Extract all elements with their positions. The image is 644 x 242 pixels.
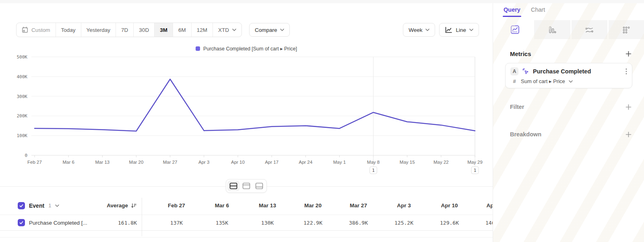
range-3m[interactable]: 3M bbox=[155, 23, 173, 37]
metric-card[interactable]: A Purchase Completed # Sum of cart ▸ Pri… bbox=[505, 63, 632, 88]
insights-line-icon bbox=[510, 25, 520, 34]
row-event-cell: Purchase Completed [... bbox=[18, 215, 87, 230]
metric-aggregation-row[interactable]: # Sum of cart ▸ Price bbox=[510, 78, 627, 84]
split-view-button[interactable] bbox=[227, 181, 239, 191]
annotation-badge-label: 1 bbox=[474, 168, 477, 173]
granularity-label: Week bbox=[409, 27, 422, 33]
aggregation-label: Sum of cart ▸ Price bbox=[521, 78, 565, 84]
column-header[interactable]: Feb 27 bbox=[154, 196, 199, 215]
cell-value: 137K bbox=[154, 215, 199, 230]
range-label: Custom bbox=[31, 27, 50, 33]
table-header-row: Event 1 Average Feb 27Mar 6Mar 13Mar 20M… bbox=[0, 196, 493, 215]
x-axis-tick-label: Mar 20 bbox=[129, 160, 144, 165]
flows-icon bbox=[584, 25, 594, 34]
y-axis-tick-label: 100K bbox=[17, 133, 28, 138]
range-6m[interactable]: 6M bbox=[173, 23, 192, 37]
cell-value: 130K bbox=[245, 215, 290, 230]
row-checkbox[interactable] bbox=[18, 219, 25, 226]
column-header[interactable]: Apr 10 bbox=[427, 196, 472, 215]
chevron-down-icon bbox=[232, 29, 236, 31]
average-header-cell[interactable]: Average bbox=[91, 196, 137, 215]
row-average-cell: 161.8K bbox=[91, 215, 137, 230]
date-range-segmented-control: CustomTodayYesterday7D30D3M6M12MXTD bbox=[16, 23, 242, 37]
add-metric-button[interactable] bbox=[625, 51, 632, 57]
viz-tab-flows[interactable] bbox=[572, 20, 607, 39]
range-xtd[interactable]: XTD bbox=[213, 23, 242, 37]
add-filter-button[interactable] bbox=[625, 104, 632, 110]
chevron-down-icon bbox=[569, 80, 573, 83]
metric-name: Purchase Completed bbox=[533, 68, 622, 75]
compare-label: Compare bbox=[255, 27, 277, 33]
range-label: 6M bbox=[178, 27, 186, 33]
viz-tab-bar-chart[interactable] bbox=[534, 20, 570, 39]
x-axis-tick-label: Apr 17 bbox=[265, 160, 279, 165]
cell-value: 146.1K bbox=[472, 215, 493, 230]
y-axis-tick-label: 0 bbox=[25, 153, 27, 158]
table-column-divider bbox=[142, 198, 142, 236]
x-axis-tick-label: Apr 3 bbox=[198, 160, 210, 165]
breakdown-title: Breakdown bbox=[510, 131, 541, 138]
range-label: Yesterday bbox=[87, 27, 111, 33]
metrics-section-header: Metrics bbox=[493, 50, 644, 57]
x-axis-tick-label: May 15 bbox=[400, 160, 415, 165]
chart-legend: Purchase Completed [Sum of cart ▸ Price] bbox=[0, 46, 493, 52]
range-12m[interactable]: 12M bbox=[192, 23, 213, 37]
column-header[interactable]: Mar 27 bbox=[336, 196, 381, 215]
granularity-button[interactable]: Week bbox=[403, 23, 435, 37]
column-header[interactable]: Mar 6 bbox=[199, 196, 245, 215]
kebab-menu-icon[interactable] bbox=[625, 68, 627, 75]
viz-tab-insights-line[interactable] bbox=[497, 20, 533, 39]
line-chart-icon bbox=[445, 26, 452, 33]
range-30d[interactable]: 30D bbox=[134, 23, 155, 37]
viz-type-tabs bbox=[497, 20, 644, 39]
table-only-button[interactable] bbox=[253, 181, 265, 191]
calendar-icon bbox=[22, 27, 28, 33]
legend-swatch bbox=[196, 46, 200, 51]
event-header-cell: Event 1 bbox=[18, 196, 59, 215]
range-label: XTD bbox=[218, 27, 229, 33]
tab-chart[interactable]: Chart bbox=[531, 6, 545, 17]
x-axis-tick-label: Feb 27 bbox=[27, 160, 42, 165]
chevron-down-icon bbox=[425, 29, 429, 31]
range-custom[interactable]: Custom bbox=[17, 23, 56, 37]
table-only-icon bbox=[255, 182, 263, 190]
chart-type-label: Line bbox=[456, 27, 466, 33]
range-yesterday[interactable]: Yesterday bbox=[81, 23, 116, 37]
x-axis-tick-label: Mar 6 bbox=[62, 160, 74, 165]
range-today[interactable]: Today bbox=[56, 23, 81, 37]
grid-dots-icon bbox=[622, 25, 631, 34]
numeric-type-icon: # bbox=[512, 78, 517, 84]
bar-chart-icon bbox=[548, 25, 557, 34]
chart-only-button[interactable] bbox=[240, 181, 252, 191]
x-axis-tick-label: May 22 bbox=[433, 160, 449, 165]
layout-toggle-group bbox=[226, 179, 267, 193]
x-axis-tick-label: May 1 bbox=[333, 160, 346, 165]
range-label: 3M bbox=[160, 27, 167, 33]
range-label: 30D bbox=[139, 27, 149, 33]
column-header[interactable]: Mar 13 bbox=[245, 196, 290, 215]
chart-type-button[interactable]: Line bbox=[439, 23, 479, 37]
compare-button[interactable]: Compare bbox=[249, 23, 290, 37]
line-chart: 0100K200K300K400K500KFeb 27Mar 6Mar 13Ma… bbox=[0, 54, 493, 179]
chevron-down-icon bbox=[280, 29, 284, 31]
toolbar: CustomTodayYesterday7D30D3M6M12MXTD Comp… bbox=[16, 23, 479, 37]
tab-query[interactable]: Query bbox=[504, 6, 520, 17]
legend-label: Purchase Completed [Sum of cart ▸ Price] bbox=[203, 46, 297, 52]
y-axis-tick-label: 200K bbox=[17, 113, 28, 119]
y-axis-tick-label: 400K bbox=[17, 74, 28, 79]
add-breakdown-button[interactable] bbox=[625, 131, 632, 138]
x-axis-tick-label: Apr 10 bbox=[231, 160, 245, 165]
range-label: Today bbox=[61, 27, 76, 33]
metrics-title: Metrics bbox=[510, 50, 531, 57]
column-header[interactable]: Apr 3 bbox=[381, 196, 427, 215]
select-all-checkbox[interactable] bbox=[18, 202, 25, 209]
chevron-down-icon[interactable] bbox=[55, 204, 59, 207]
column-header[interactable]: Apr 17 bbox=[472, 196, 493, 215]
table-row: Purchase Completed [... 161.8K 137K135K1… bbox=[0, 215, 493, 231]
range-7d[interactable]: 7D bbox=[116, 23, 134, 37]
cell-value: 129.6K bbox=[427, 215, 472, 230]
viz-tab-grid-dots[interactable] bbox=[609, 20, 644, 39]
column-header[interactable]: Mar 20 bbox=[290, 196, 336, 215]
metric-card-main-row: A Purchase Completed bbox=[510, 67, 627, 75]
event-count: 1 bbox=[48, 202, 51, 209]
